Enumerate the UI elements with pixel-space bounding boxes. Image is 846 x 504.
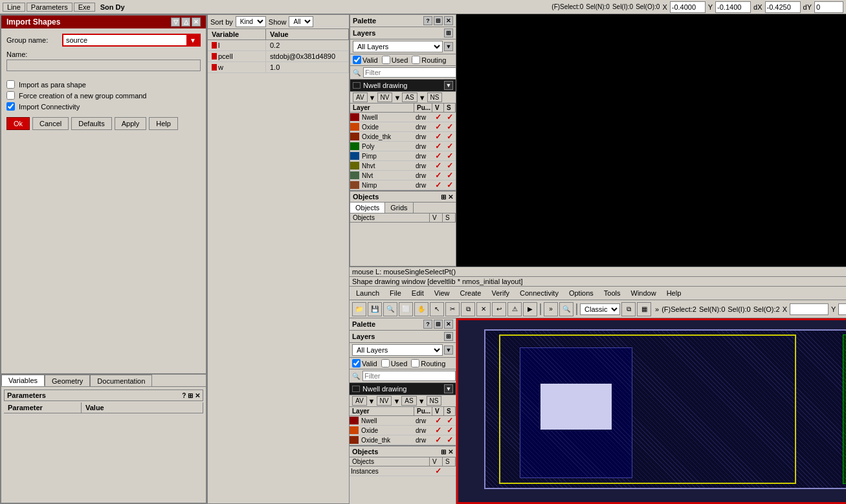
tb-play-btn[interactable]: ▶: [523, 302, 537, 316]
bottom-palette-exp-btn[interactable]: ⊞: [434, 320, 443, 329]
bottom-y-input[interactable]: 0.1700: [838, 303, 846, 315]
dialog-close-btn[interactable]: ✕: [192, 17, 201, 27]
apply-button[interactable]: Apply: [115, 117, 147, 130]
palette-close-btn[interactable]: ✕: [444, 16, 453, 25]
bottom-layers-exp-btn[interactable]: ⊞: [444, 332, 453, 341]
menu-help[interactable]: Help: [663, 288, 685, 298]
menu-window[interactable]: Window: [627, 288, 660, 298]
as-btn[interactable]: AS: [402, 93, 417, 102]
tb-select-btn[interactable]: ↖: [430, 302, 444, 316]
bottom-filter-input[interactable]: [362, 371, 456, 381]
objects-tab[interactable]: Objects: [350, 203, 385, 213]
layer-row-nimp[interactable]: Nimp drw ✓ ✓: [350, 181, 456, 190]
tb-zoom-btn[interactable]: 🔍: [383, 302, 397, 316]
layer-row-poly[interactable]: Poly drw ✓ ✓: [350, 142, 456, 151]
layer-row-oxide-thk[interactable]: Oxide_thk drw ✓ ✓: [350, 132, 456, 142]
top-dx-input[interactable]: [765, 1, 801, 13]
menu-view[interactable]: View: [430, 288, 454, 298]
bottom-routing-cb[interactable]: [411, 359, 419, 367]
grids-tab[interactable]: Grids: [385, 203, 413, 213]
dialog-maximize-btn[interactable]: △: [181, 17, 190, 27]
layer-row-oxide[interactable]: Oxide drw ✓ ✓: [350, 122, 456, 132]
import-para-checkbox[interactable]: [6, 80, 15, 89]
exe-menu[interactable]: Exe: [74, 3, 95, 12]
bottom-layers-dropdown-btn[interactable]: ▼: [444, 345, 453, 355]
var-row-pcell[interactable]: pcell stdobj@0x381d4890: [208, 51, 349, 62]
ok-button[interactable]: Ok: [6, 117, 30, 130]
av-btn[interactable]: AV: [353, 93, 368, 102]
name-input[interactable]: [6, 60, 201, 71]
used-checkbox[interactable]: [382, 56, 390, 64]
used-checkbox-label[interactable]: Used: [382, 56, 408, 64]
tb-more-btn[interactable]: »: [544, 302, 558, 316]
dialog-minimize-btn[interactable]: ▽: [171, 17, 180, 27]
tb-copy-btn[interactable]: ⧉: [461, 302, 475, 316]
cancel-button[interactable]: Cancel: [32, 117, 69, 130]
palette-question-btn[interactable]: ?: [423, 16, 432, 25]
palette-expand-btn[interactable]: ⊞: [434, 16, 443, 25]
filter-input[interactable]: [363, 67, 456, 78]
layer-row-nlvt[interactable]: Nlvt drw ✓ ✓: [350, 171, 456, 181]
parameters-menu[interactable]: Parameters: [27, 3, 72, 12]
menu-file[interactable]: File: [386, 288, 405, 298]
bottom-used-cb[interactable]: [381, 359, 390, 367]
tb-extra1-btn[interactable]: ⧉: [621, 302, 636, 316]
bottom-palette-q-btn[interactable]: ?: [423, 320, 432, 329]
top-x-input[interactable]: [670, 1, 706, 13]
tb-scissors-btn[interactable]: ✂: [445, 302, 460, 316]
menu-edit[interactable]: Edit: [408, 288, 428, 298]
classic-select[interactable]: Classic: [580, 303, 620, 315]
bottom-x-input[interactable]: -0.4700: [790, 303, 829, 315]
tb-extra2-btn[interactable]: ▦: [637, 302, 651, 316]
group-name-dropdown-btn[interactable]: ▼: [186, 35, 199, 45]
bottom-valid-label[interactable]: Valid: [352, 359, 377, 367]
tb-search-btn[interactable]: 🔍: [559, 302, 573, 316]
tb-fit-btn[interactable]: ⬜: [399, 302, 413, 316]
bottom-active-layer-btn[interactable]: ▼: [444, 384, 453, 393]
bottom-layer-oxide-thk[interactable]: Oxide_thk drw ✓ ✓: [350, 435, 456, 445]
layers-expand-btn[interactable]: ⊞: [444, 28, 453, 38]
tb-move-btn[interactable]: ✋: [414, 302, 429, 316]
bottom-layer-nwell[interactable]: Nwell drw ✓ ✓: [350, 416, 456, 426]
menu-launch[interactable]: Launch: [352, 288, 383, 298]
variables-tab[interactable]: Variables: [1, 375, 45, 386]
bottom-obj-instances-row[interactable]: Instances ✓: [350, 466, 456, 476]
menu-tools[interactable]: Tools: [600, 288, 625, 298]
routing-checkbox[interactable]: [412, 56, 420, 64]
tb-undo-btn[interactable]: ↩: [492, 302, 506, 316]
menu-connectivity[interactable]: Connectivity: [516, 288, 562, 298]
bottom-av-btn[interactable]: AV: [352, 396, 367, 406]
tb-open-btn[interactable]: 📁: [352, 302, 366, 316]
routing-checkbox-label[interactable]: Routing: [412, 56, 446, 64]
top-y-input[interactable]: [715, 1, 751, 13]
sort-by-select[interactable]: Kind: [236, 16, 266, 27]
active-layer-display[interactable]: Nwell drawing ▼: [350, 80, 456, 92]
all-layers-dropdown[interactable]: All Layers: [353, 41, 443, 52]
bottom-layer-oxide[interactable]: Oxide drw ✓ ✓: [350, 426, 456, 435]
documentation-tab[interactable]: Documentation: [90, 375, 152, 386]
nv-btn[interactable]: NV: [377, 93, 393, 102]
var-row-w[interactable]: w 1.0: [208, 62, 349, 73]
help-button[interactable]: Help: [149, 117, 178, 130]
group-name-input[interactable]: [63, 35, 186, 45]
layer-row-nwell[interactable]: Nwell drw ✓ ✓: [350, 113, 456, 122]
show-select[interactable]: All: [289, 16, 313, 27]
bottom-used-label[interactable]: Used: [381, 359, 408, 367]
menu-options[interactable]: Options: [565, 288, 597, 298]
menu-create[interactable]: Create: [456, 288, 485, 298]
tb-save-btn[interactable]: 💾: [368, 302, 382, 316]
geometry-tab[interactable]: Geometry: [45, 375, 90, 386]
layer-row-pimp[interactable]: Pimp drw ✓ ✓: [350, 151, 456, 161]
bottom-nv-btn[interactable]: NV: [377, 396, 392, 406]
valid-checkbox-label[interactable]: Valid: [353, 56, 378, 64]
line-menu[interactable]: Line: [3, 3, 25, 12]
bottom-all-layers-dropdown[interactable]: All Layers: [352, 344, 443, 356]
bottom-routing-label[interactable]: Routing: [411, 359, 445, 367]
import-conn-checkbox[interactable]: [6, 102, 15, 111]
layers-dropdown-btn[interactable]: ▼: [444, 42, 453, 51]
tb-warn-btn[interactable]: ⚠: [507, 302, 522, 316]
bottom-active-layer[interactable]: Nwell drawing ▼: [350, 383, 456, 395]
defaults-button[interactable]: Defaults: [71, 117, 111, 130]
bottom-ns-btn[interactable]: NS: [427, 396, 442, 406]
menu-verify[interactable]: Verify: [487, 288, 513, 298]
